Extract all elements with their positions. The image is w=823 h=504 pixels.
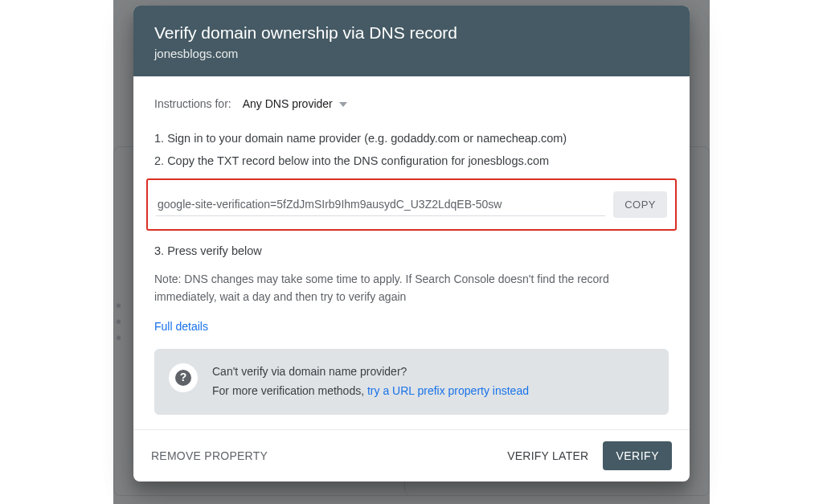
banner-title: Can't verify via domain name provider? bbox=[212, 363, 654, 381]
dialog-header: Verify domain ownership via DNS record j… bbox=[133, 6, 690, 76]
step-3-post: below bbox=[228, 244, 262, 257]
dialog-title: Verify domain ownership via DNS record bbox=[154, 23, 669, 43]
txt-record-highlight: COPY bbox=[146, 178, 677, 231]
step-1: 1. Sign in to your domain name provider … bbox=[154, 129, 669, 147]
step-3: 3. Press verify below bbox=[154, 242, 669, 260]
step-2-prefix: 2. bbox=[154, 154, 167, 167]
remove-property-button[interactable]: REMOVE PROPERTY bbox=[151, 449, 268, 462]
step-2: 2. Copy the TXT record below into the DN… bbox=[154, 152, 669, 170]
banner-text-row: For more verification methods, try a URL… bbox=[212, 383, 654, 400]
copy-button[interactable]: COPY bbox=[613, 191, 667, 218]
step-1-text: Sign in to your domain name provider (e.… bbox=[167, 132, 567, 145]
txt-record-input[interactable] bbox=[156, 193, 605, 216]
help-icon: ? bbox=[169, 363, 198, 392]
provider-selected: Any DNS provider bbox=[243, 96, 333, 113]
step-2-domain: jonesblogs.com bbox=[468, 154, 549, 167]
dialog-body: Instructions for: Any DNS provider 1. Si… bbox=[133, 76, 690, 429]
step-3-prefix: 3. bbox=[154, 244, 167, 257]
url-prefix-link[interactable]: try a URL prefix property instead bbox=[367, 384, 529, 397]
provider-select[interactable]: Any DNS provider bbox=[243, 96, 347, 113]
help-icon-glyph: ? bbox=[175, 370, 191, 386]
verify-button[interactable]: VERIFY bbox=[603, 441, 672, 470]
banner-text: For more verification methods, bbox=[212, 384, 367, 397]
step-3-pre: Press bbox=[167, 244, 200, 257]
alt-verification-banner: ? Can't verify via domain name provider?… bbox=[154, 349, 669, 414]
verify-domain-dialog: Verify domain ownership via DNS record j… bbox=[133, 6, 690, 481]
provider-row: Instructions for: Any DNS provider bbox=[154, 96, 669, 113]
step-1-prefix: 1. bbox=[154, 132, 167, 145]
verify-later-button[interactable]: VERIFY LATER bbox=[507, 449, 588, 462]
step-2-text: Copy the TXT record below into the DNS c… bbox=[167, 154, 468, 167]
full-details-link[interactable]: Full details bbox=[154, 320, 208, 333]
dns-note: Note: DNS changes may take some time to … bbox=[154, 271, 669, 305]
step-3-bold: verify bbox=[200, 244, 228, 257]
dialog-footer: REMOVE PROPERTY VERIFY LATER VERIFY bbox=[133, 429, 690, 481]
provider-label: Instructions for: bbox=[154, 96, 231, 113]
dialog-subtitle: jonesblogs.com bbox=[154, 47, 669, 60]
chevron-down-icon bbox=[339, 102, 347, 107]
